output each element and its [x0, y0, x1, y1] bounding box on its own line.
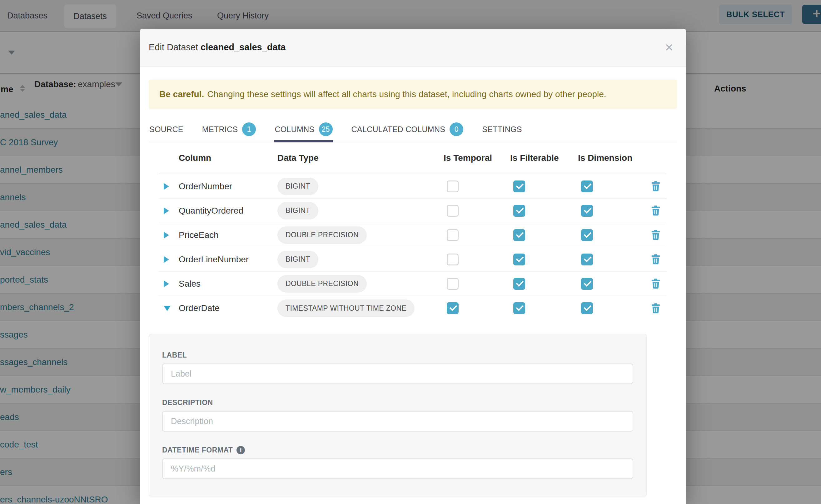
delete-column-button[interactable]	[645, 230, 667, 240]
description-field-label: DESCRIPTION	[162, 398, 633, 407]
modal-title-prefix: Edit Dataset	[149, 42, 198, 52]
columns-table: Column Data Type Is Temporal Is Filterab…	[159, 142, 667, 320]
delete-column-button[interactable]	[645, 279, 667, 289]
delete-column-button[interactable]	[645, 205, 667, 216]
table-row-expanded: OrderDate TIMESTAMP WITHOUT TIME ZONE	[159, 296, 667, 320]
column-name: QuantityOrdered	[179, 206, 277, 216]
data-type-cell: DOUBLE PRECISION	[277, 275, 438, 293]
caret-right-icon	[164, 207, 169, 214]
modal-header: Edit Dataset cleaned_sales_data ✕	[140, 29, 686, 67]
table-row: Sales DOUBLE PRECISION	[159, 272, 667, 296]
tab-metrics[interactable]: METRICS 1	[201, 116, 257, 142]
is-dimension-checkbox[interactable]	[581, 205, 593, 217]
data-type-cell: BIGINT	[277, 202, 438, 220]
warning-banner: Be careful. Changing these settings will…	[149, 80, 677, 109]
is-filterable-checkbox[interactable]	[513, 254, 525, 265]
column-name: Sales	[179, 279, 277, 289]
table-row: OrderNumber BIGINT	[159, 174, 667, 199]
trash-icon	[651, 230, 660, 240]
is-temporal-checkbox[interactable]	[447, 180, 459, 192]
column-name: PriceEach	[179, 230, 277, 240]
table-row: OrderLineNumber BIGINT	[159, 247, 667, 272]
is-temporal-checkbox[interactable]	[447, 278, 459, 290]
expand-toggle[interactable]	[159, 256, 179, 263]
tab-count-badge: 25	[319, 122, 333, 136]
is-dimension-checkbox[interactable]	[581, 180, 593, 192]
caret-right-icon	[164, 232, 169, 239]
is-temporal-checkbox[interactable]	[447, 302, 459, 314]
is-temporal-checkbox[interactable]	[447, 205, 459, 217]
table-row: PriceEach DOUBLE PRECISION	[159, 223, 667, 247]
is-filterable-checkbox[interactable]	[513, 205, 525, 217]
data-type-pill: TIMESTAMP WITHOUT TIME ZONE	[277, 299, 415, 317]
trash-icon	[651, 303, 660, 314]
delete-column-button[interactable]	[645, 303, 667, 314]
datetime-format-input[interactable]	[162, 458, 633, 479]
trash-icon	[651, 279, 660, 289]
is-temporal-header: Is Temporal	[438, 153, 510, 163]
edit-dataset-modal: Edit Dataset cleaned_sales_data ✕ Be car…	[140, 29, 686, 504]
info-icon[interactable]: i	[236, 446, 245, 454]
caret-down-icon	[164, 306, 171, 311]
caret-right-icon	[164, 280, 169, 287]
is-dimension-checkbox[interactable]	[581, 302, 593, 314]
description-field-label-text: DESCRIPTION	[162, 398, 213, 407]
expand-toggle[interactable]	[159, 183, 179, 190]
tab-source[interactable]: SOURCE	[149, 116, 184, 142]
is-dimension-checkbox[interactable]	[581, 278, 593, 290]
tab-count-badge: 0	[450, 122, 463, 136]
description-input[interactable]	[162, 411, 633, 432]
expand-toggle[interactable]	[159, 280, 179, 287]
column-detail-panel: LABEL DESCRIPTION DATETIME FORMAT i	[149, 334, 647, 496]
close-icon[interactable]: ✕	[665, 42, 674, 53]
tab-columns[interactable]: COLUMNS 25	[274, 116, 333, 142]
tab-label: CALCULATED COLUMNS	[351, 125, 446, 134]
column-name: OrderDate	[179, 303, 277, 313]
tab-label: SOURCE	[149, 125, 183, 134]
datetime-format-field-label: DATETIME FORMAT i	[162, 446, 633, 454]
expand-toggle[interactable]	[159, 207, 179, 214]
delete-column-button[interactable]	[645, 254, 667, 264]
is-filterable-checkbox[interactable]	[513, 180, 525, 192]
data-type-cell: TIMESTAMP WITHOUT TIME ZONE	[277, 299, 438, 317]
data-type-pill: DOUBLE PRECISION	[277, 275, 367, 293]
is-filterable-checkbox[interactable]	[513, 229, 525, 241]
caret-right-icon	[164, 183, 169, 190]
columns-table-header: Column Data Type Is Temporal Is Filterab…	[159, 142, 667, 174]
tab-label: SETTINGS	[482, 125, 522, 134]
is-dimension-checkbox[interactable]	[581, 254, 593, 265]
expand-toggle[interactable]	[159, 306, 179, 311]
data-type-cell: DOUBLE PRECISION	[277, 226, 438, 244]
is-temporal-checkbox[interactable]	[447, 229, 459, 241]
data-type-cell: BIGINT	[277, 251, 438, 268]
label-field-label-text: LABEL	[162, 351, 187, 359]
datetime-format-label-text: DATETIME FORMAT	[162, 446, 233, 454]
is-filterable-checkbox[interactable]	[513, 302, 525, 314]
caret-right-icon	[164, 256, 169, 263]
tab-count-badge: 1	[242, 122, 256, 136]
modal-title-dataset-name: cleaned_sales_data	[200, 42, 285, 52]
is-temporal-checkbox[interactable]	[447, 254, 459, 265]
data-type-header: Data Type	[277, 153, 438, 163]
expand-toggle[interactable]	[159, 232, 179, 239]
is-dimension-header: Is Dimension	[578, 153, 645, 163]
tab-label: METRICS	[202, 125, 238, 134]
trash-icon	[651, 181, 660, 191]
tab-calculated-columns[interactable]: CALCULATED COLUMNS 0	[351, 116, 464, 142]
is-filterable-checkbox[interactable]	[513, 278, 525, 290]
column-name: OrderLineNumber	[179, 254, 277, 264]
label-field-label: LABEL	[162, 351, 633, 359]
table-row: QuantityOrdered BIGINT	[159, 199, 667, 223]
label-input[interactable]	[162, 363, 633, 384]
data-type-pill: DOUBLE PRECISION	[277, 226, 367, 244]
data-type-pill: BIGINT	[277, 178, 318, 195]
warning-bold-text: Be careful.	[159, 89, 204, 99]
modal-title: Edit Dataset cleaned_sales_data	[149, 42, 286, 52]
is-dimension-checkbox[interactable]	[581, 229, 593, 241]
trash-icon	[651, 254, 660, 264]
tab-settings[interactable]: SETTINGS	[482, 116, 522, 142]
delete-column-button[interactable]	[645, 181, 667, 191]
modal-tabs: SOURCE METRICS 1 COLUMNS 25 CALCULATED C…	[149, 116, 677, 142]
column-name: OrderNumber	[179, 181, 277, 191]
tab-label: COLUMNS	[274, 125, 314, 134]
